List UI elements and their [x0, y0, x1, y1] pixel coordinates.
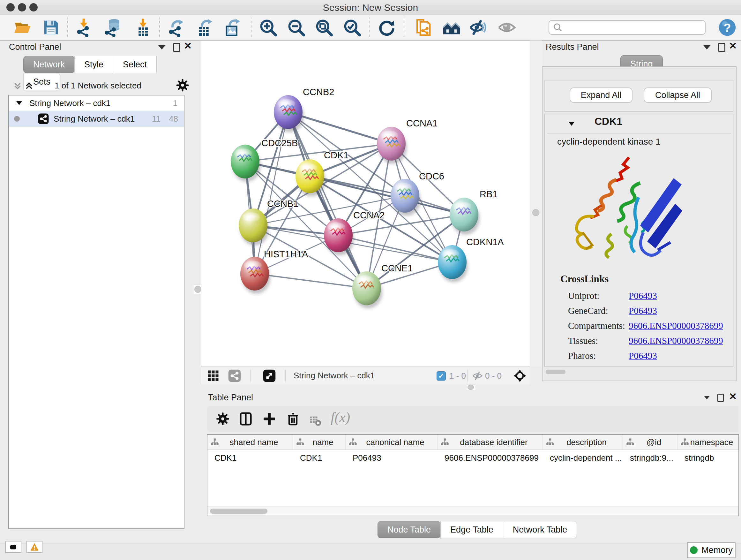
- add-column-icon[interactable]: [262, 411, 277, 427]
- node-CCNB1[interactable]: [239, 208, 269, 246]
- table-hscrollbar-track[interactable]: [207, 506, 738, 516]
- crosslink-link[interactable]: P06493: [629, 291, 657, 301]
- import-table-button[interactable]: [133, 17, 153, 38]
- tab-node-table[interactable]: Node Table: [378, 521, 441, 538]
- birdseye-grid-button[interactable]: [207, 370, 219, 381]
- splitter-strip[interactable]: [530, 41, 542, 367]
- crosslink-link[interactable]: P06493: [629, 351, 657, 361]
- expand-all-icon[interactable]: [23, 79, 35, 92]
- zoom-selected-button[interactable]: [342, 17, 362, 38]
- save-session-button[interactable]: [41, 17, 61, 38]
- collapse-all-button[interactable]: Collapse All: [644, 87, 712, 103]
- network-share-button[interactable]: [228, 369, 241, 382]
- open-in-window-button[interactable]: [263, 369, 276, 382]
- splitter-handle[interactable]: [532, 209, 539, 216]
- node-CCNA1[interactable]: [377, 127, 407, 164]
- window-title: Session: New Session: [0, 2, 741, 13]
- table-cell: CDK1: [207, 453, 293, 463]
- column-header-shared-name[interactable]: shared name: [207, 435, 293, 449]
- node-RB1[interactable]: [450, 198, 480, 235]
- node-CCNA2[interactable]: [324, 219, 354, 255]
- table-hscrollbar-thumb[interactable]: [210, 509, 267, 514]
- column-header-database-identifier[interactable]: database identifier: [437, 435, 543, 449]
- edge-CCNA2-CDKN1A[interactable]: [338, 235, 452, 262]
- show-panel-button[interactable]: [496, 17, 517, 38]
- panel-close-icon[interactable]: ✕: [729, 393, 737, 400]
- table-row[interactable]: CDK1CDK1P064939606.ENSP00000378699cyclin…: [207, 450, 738, 465]
- node-label-CDKN1A: CDKN1A: [466, 237, 504, 247]
- network-collection-row[interactable]: String Network – cdk1 1: [9, 96, 184, 111]
- cloud-button[interactable]: [5, 541, 21, 553]
- node-HIST1H1A[interactable]: [240, 257, 270, 294]
- zoom-in-button[interactable]: [258, 17, 278, 38]
- node-label-CDK1: CDK1: [324, 150, 348, 160]
- select-columns-icon[interactable]: [238, 411, 253, 427]
- table-gear-icon[interactable]: [215, 411, 230, 427]
- column-header-canonical-name[interactable]: canonical name: [346, 435, 437, 449]
- expand-all-button[interactable]: Expand All: [569, 87, 632, 103]
- export-image-button[interactable]: [222, 17, 242, 38]
- splitter-handle[interactable]: [466, 384, 476, 391]
- help-button[interactable]: ?: [717, 17, 738, 38]
- zoom-fit-button[interactable]: [314, 17, 334, 38]
- panel-float-icon[interactable]: [718, 43, 725, 52]
- collapse-all-icon[interactable]: [12, 79, 23, 92]
- results-hscrollbar[interactable]: [546, 370, 565, 374]
- statusbar-separator: [251, 370, 251, 382]
- share-document-button[interactable]: [413, 17, 434, 38]
- edge-CCNB2-CCNE1[interactable]: [288, 112, 367, 288]
- hide-panel-button[interactable]: [468, 17, 488, 38]
- memory-button[interactable]: Memory: [687, 542, 736, 558]
- tab-select[interactable]: Select: [113, 56, 157, 73]
- crosslink-link[interactable]: 9606.ENSP00000378699: [629, 320, 723, 331]
- node-CCNE1[interactable]: [352, 271, 382, 308]
- tab-style[interactable]: Style: [74, 56, 113, 73]
- node-CCNB2[interactable]: [274, 95, 304, 132]
- export-table-button[interactable]: [194, 17, 214, 38]
- home-network-button[interactable]: [441, 17, 462, 38]
- save-icon: [42, 18, 61, 37]
- zoom-out-button[interactable]: [286, 17, 307, 38]
- panel-menu-icon[interactable]: [703, 45, 711, 50]
- panel-menu-icon[interactable]: [158, 45, 165, 50]
- panel-float-icon[interactable]: [173, 43, 180, 52]
- column-header-description[interactable]: description: [543, 435, 623, 449]
- panel-close-icon[interactable]: ✕: [184, 43, 192, 50]
- node-CDKN1A[interactable]: [438, 245, 468, 282]
- network-canvas[interactable]: CCNB2CCNA1CDC25BCDK1CDC6RB1CCNB1CCNA2CDK…: [201, 41, 530, 367]
- eye-icon: [497, 18, 516, 37]
- export-network-button[interactable]: [165, 17, 186, 38]
- column-header-namespace[interactable]: namespace: [677, 435, 738, 449]
- column-header-name[interactable]: name: [293, 435, 346, 449]
- search-input[interactable]: [566, 22, 701, 33]
- tab-network[interactable]: Network: [23, 56, 75, 73]
- node-CDC25B[interactable]: [231, 145, 261, 182]
- panel-close-icon[interactable]: ✕: [729, 43, 737, 50]
- import-network-database-button[interactable]: [103, 17, 124, 38]
- warnings-button[interactable]: [26, 541, 43, 553]
- open-session-button[interactable]: [12, 17, 32, 38]
- selected-checkbox-icon[interactable]: ✓: [436, 371, 446, 381]
- column-type-icon: [681, 438, 689, 446]
- crosslink-link[interactable]: 9606.ENSP00000378699: [629, 335, 723, 346]
- network-row-label: String Network – cdk1: [54, 114, 135, 124]
- tree-expand-icon[interactable]: [16, 101, 22, 105]
- panel-float-icon[interactable]: [718, 394, 724, 402]
- fit-selected-button[interactable]: [513, 369, 527, 382]
- edge-HIST1H1A-CCNE1[interactable]: [255, 273, 367, 288]
- tab-edge-table[interactable]: Edge Table: [441, 521, 503, 538]
- column-header-@id[interactable]: @id: [623, 435, 677, 449]
- edge-CDK1-RB1[interactable]: [310, 176, 464, 214]
- network-options-gear-icon[interactable]: [176, 78, 190, 92]
- section-collapse-icon[interactable]: [568, 121, 575, 126]
- toolbar-separator: [251, 17, 252, 37]
- tab-network-table[interactable]: Network Table: [503, 521, 577, 538]
- delete-column-icon[interactable]: [285, 411, 300, 427]
- import-network-file-button[interactable]: [73, 17, 94, 38]
- refresh-view-button[interactable]: [377, 17, 397, 38]
- toolbar-search[interactable]: [549, 20, 705, 35]
- network-list-row[interactable]: String Network – cdk1 11 48: [9, 111, 184, 127]
- node-CDK1[interactable]: [295, 159, 326, 196]
- crosslink-link[interactable]: P06493: [629, 306, 657, 316]
- panel-menu-icon[interactable]: [704, 396, 710, 399]
